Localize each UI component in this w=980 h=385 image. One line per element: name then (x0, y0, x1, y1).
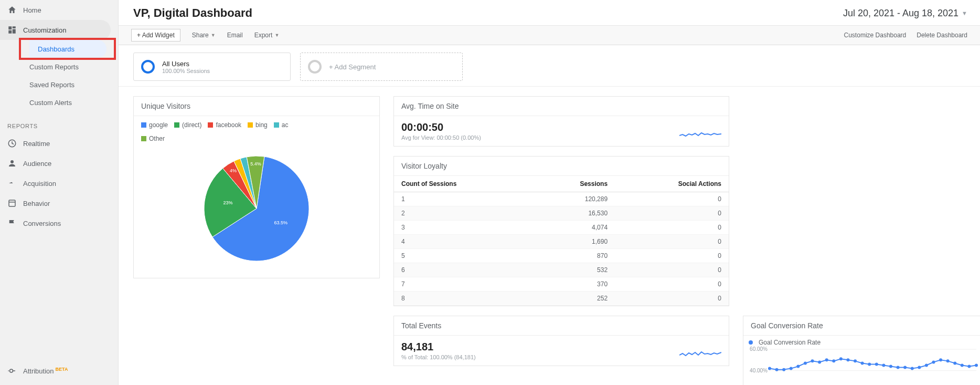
svg-point-31 (897, 366, 900, 369)
date-range-picker[interactable]: Jul 20, 2021 - Aug 18, 2021 ▼ (843, 8, 967, 19)
nav-realtime[interactable]: Realtime (0, 133, 118, 153)
clock-icon (6, 139, 18, 148)
svg-text:23%: 23% (223, 200, 233, 205)
email-label: Email (227, 32, 243, 39)
caret-down-icon: ▼ (274, 33, 279, 38)
svg-point-30 (889, 365, 892, 368)
segment-all-users[interactable]: All Users 100.00% Sessions (133, 53, 291, 81)
table-row: 73700 (394, 277, 729, 292)
svg-point-24 (846, 358, 849, 361)
widget-goal-conversion[interactable]: Goal Conversion Rate Goal Conversion Rat… (743, 316, 980, 385)
arrows-icon (6, 179, 18, 188)
table-row: 65320 (394, 263, 729, 277)
legend-item: (direct) (174, 121, 201, 129)
svg-point-1 (10, 160, 14, 163)
svg-point-21 (825, 358, 828, 361)
svg-text:40.00%: 40.00% (750, 368, 768, 373)
subnav-label: Saved Reports (29, 81, 74, 89)
nav-acquisition[interactable]: Acquisition (0, 173, 118, 193)
svg-point-28 (875, 362, 878, 366)
add-segment-button[interactable]: + Add Segment (300, 53, 463, 81)
widget-title: Avg. Time on Site (394, 97, 729, 116)
nav-conversions[interactable]: Conversions (0, 213, 118, 233)
widget-title: Total Events (394, 316, 729, 336)
delete-dashboard-link[interactable]: Delete Dashboard (917, 32, 967, 39)
nav-attribution[interactable]: AttributionBETA (0, 361, 118, 381)
widget-unique-visitors[interactable]: Unique Visitors google (direct) facebook… (133, 96, 380, 278)
segment-placeholder-icon (308, 60, 322, 74)
col-header: Social Actions (615, 176, 729, 192)
nav-label: Acquisition (23, 180, 56, 188)
subnav-custom-alerts[interactable]: Custom Alerts (21, 93, 118, 111)
svg-point-15 (782, 368, 785, 371)
widget-total-events[interactable]: Total Events 84,181 % of Total: 100.00% … (393, 316, 729, 366)
sparkline (679, 128, 721, 141)
nav-audience[interactable]: Audience (0, 153, 118, 173)
legend-item: Other (141, 135, 372, 142)
metric-subtext: % of Total: 100.00% (84,181) (401, 354, 721, 360)
table-row: 41,6900 (394, 235, 729, 249)
nav-behavior[interactable]: Behavior (0, 193, 118, 213)
email-button[interactable]: Email (227, 32, 243, 39)
main: VP, Digital Dashboard Jul 20, 2021 - Aug… (119, 0, 980, 385)
widget-avg-time[interactable]: Avg. Time on Site 00:00:50 Avg for View:… (393, 96, 729, 147)
metric-value: 00:00:50 (401, 121, 721, 133)
segment-circle-icon (141, 60, 155, 74)
legend-item: google (141, 121, 168, 129)
export-label: Export (254, 32, 273, 39)
nav-label: Home (23, 6, 41, 14)
metric-subtext: Avg for View: 00:00:50 (0.00%) (401, 134, 721, 141)
loyalty-table: Count of Sessions Sessions Social Action… (394, 176, 729, 306)
svg-point-25 (854, 359, 857, 362)
sidebar: Home Customization Dashboards Custom Rep… (0, 0, 119, 385)
pie-legend: google (direct) facebook bing ac Other (134, 116, 379, 144)
svg-point-35 (925, 364, 928, 367)
subnav-custom-reports[interactable]: Custom Reports (21, 58, 118, 76)
svg-point-40 (961, 364, 964, 367)
nav-label: Conversions (23, 220, 61, 227)
svg-point-29 (882, 364, 885, 367)
reports-header: REPORTS (0, 111, 118, 133)
svg-point-23 (839, 357, 843, 360)
nav-label: AttributionBETA (23, 367, 68, 375)
customize-dashboard-link[interactable]: Customize Dashboard (844, 32, 907, 39)
widget-title: Unique Visitors (134, 97, 379, 116)
svg-point-17 (796, 365, 800, 368)
svg-text:4%: 4% (230, 168, 237, 173)
widget-visitor-loyalty[interactable]: Visitor Loyalty Count of Sessions Sessio… (393, 156, 729, 306)
col-header: Count of Sessions (394, 176, 531, 192)
toolbar: + Add Widget Share ▼ Email Export ▼ Cust… (119, 26, 980, 45)
legend-item: bing (248, 121, 268, 129)
behavior-icon (6, 199, 18, 208)
date-range-text: Jul 20, 2021 - Aug 18, 2021 (843, 8, 958, 19)
svg-point-42 (975, 364, 978, 367)
svg-text:63.5%: 63.5% (274, 220, 287, 225)
svg-point-26 (861, 361, 864, 365)
series-dot-icon (749, 340, 753, 345)
svg-point-19 (811, 359, 814, 362)
svg-point-22 (832, 359, 835, 362)
dashboards-highlight: Dashboards (19, 38, 116, 60)
dashboard-grid: Unique Visitors google (direct) facebook… (119, 87, 980, 385)
share-menu[interactable]: Share ▼ (192, 32, 216, 39)
caret-down-icon: ▼ (962, 10, 967, 16)
export-menu[interactable]: Export ▼ (254, 32, 280, 39)
person-icon (6, 159, 18, 168)
svg-point-37 (939, 358, 942, 361)
nav-label: Audience (23, 160, 51, 168)
svg-point-36 (932, 360, 935, 363)
subnav-saved-reports[interactable]: Saved Reports (21, 76, 118, 93)
dashboard-icon (6, 25, 18, 35)
col-header: Sessions (531, 176, 615, 192)
widget-title: Goal Conversion Rate (743, 316, 980, 336)
nav-customization[interactable]: Customization (0, 20, 111, 40)
nav-home[interactable]: Home (0, 0, 118, 20)
svg-point-33 (911, 367, 914, 370)
add-widget-button[interactable]: + Add Widget (131, 29, 180, 41)
subnav-dashboards[interactable]: Dashboards (29, 40, 106, 58)
legend-item: Goal Conversion Rate (749, 339, 980, 346)
segment-subtitle: 100.00% Sessions (162, 68, 210, 74)
svg-point-32 (903, 366, 907, 369)
svg-point-38 (946, 359, 950, 362)
svg-point-14 (775, 368, 779, 371)
